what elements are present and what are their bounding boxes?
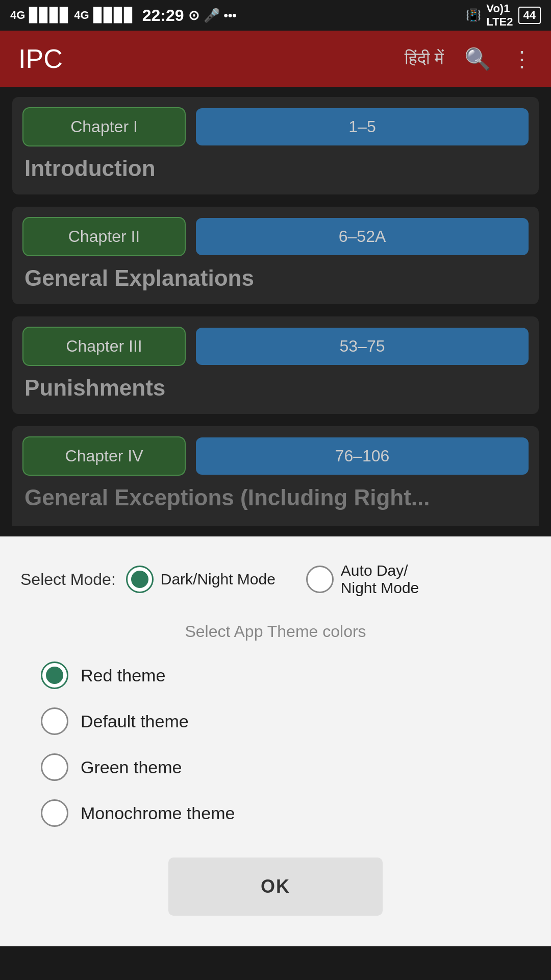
chapter-iii-title: Punishments bbox=[22, 375, 529, 401]
chapter-ii-btn[interactable]: Chapter II bbox=[22, 217, 186, 256]
more-icon: ••• bbox=[224, 8, 237, 22]
green-theme-radio[interactable] bbox=[41, 753, 68, 781]
signal-bars-2: ▊▊▊▊ bbox=[93, 8, 134, 23]
chapter-iv-title: General Exceptions (Including Right... bbox=[22, 485, 529, 513]
monochrome-theme-label: Monochrome theme bbox=[81, 803, 235, 823]
dark-night-mode-option[interactable]: Dark/Night Mode bbox=[126, 566, 276, 593]
red-theme-label: Red theme bbox=[81, 666, 165, 685]
signal-bars-1: ▊▊▊▊ bbox=[29, 8, 70, 23]
theme-radio-group: Red theme Default theme Green theme Mono… bbox=[20, 662, 531, 827]
chapter-ii-title: General Explanations bbox=[22, 265, 529, 291]
chapter-iv-btn[interactable]: Chapter IV bbox=[22, 436, 186, 476]
app-title: IPC bbox=[18, 43, 63, 74]
mic-icon: 🎤 bbox=[204, 8, 220, 23]
mode-radio-group: Dark/Night Mode Auto Day/Night Mode bbox=[126, 562, 419, 597]
select-mode-label: Select Mode: bbox=[20, 570, 116, 589]
default-theme-radio[interactable] bbox=[41, 707, 68, 735]
chapter-iii-btn[interactable]: Chapter III bbox=[22, 327, 186, 366]
status-right: 📳 Vo)1LTE2 44 bbox=[466, 2, 541, 29]
settings-dialog: Select Mode: Dark/Night Mode Auto Day/Ni… bbox=[0, 536, 551, 946]
time-display: 22:29 bbox=[142, 6, 184, 25]
main-content: Chapter I 1–5 Introduction Chapter II 6–… bbox=[0, 87, 551, 536]
hindi-language-btn[interactable]: हिंदी में bbox=[405, 48, 444, 69]
monochrome-theme-option[interactable]: Monochrome theme bbox=[41, 799, 531, 827]
signal-4g-1: 4G bbox=[10, 9, 25, 22]
mode-selection: Select Mode: Dark/Night Mode Auto Day/Ni… bbox=[20, 562, 531, 597]
chapter-iii-range[interactable]: 53–75 bbox=[196, 328, 529, 365]
green-theme-label: Green theme bbox=[81, 757, 182, 777]
chapter-i-btn[interactable]: Chapter I bbox=[22, 107, 186, 146]
app-bar: IPC हिंदी में 🔍 ⋮ bbox=[0, 31, 551, 87]
more-vert-icon[interactable]: ⋮ bbox=[511, 46, 533, 71]
auto-mode-radio[interactable] bbox=[306, 566, 334, 593]
signal-4g-2: 4G bbox=[74, 9, 89, 22]
monochrome-theme-radio[interactable] bbox=[41, 799, 68, 827]
dark-mode-label: Dark/Night Mode bbox=[161, 571, 276, 588]
status-left: 4G ▊▊▊▊ 4G ▊▊▊▊ 22:29 ⊙ 🎤 ••• bbox=[10, 6, 237, 25]
status-bar: 4G ▊▊▊▊ 4G ▊▊▊▊ 22:29 ⊙ 🎤 ••• 📳 Vo)1LTE2… bbox=[0, 0, 551, 31]
green-theme-option[interactable]: Green theme bbox=[41, 753, 531, 781]
battery-indicator: 44 bbox=[518, 7, 541, 24]
dark-mode-radio-fill bbox=[131, 571, 148, 588]
network-text: Vo)1LTE2 bbox=[486, 2, 513, 29]
chapter-ii-range[interactable]: 6–52A bbox=[196, 218, 529, 255]
dark-mode-radio[interactable] bbox=[126, 566, 154, 593]
theme-section-title: Select App Theme colors bbox=[20, 622, 531, 641]
red-theme-radio[interactable] bbox=[41, 662, 68, 689]
chapter-i-card[interactable]: Chapter I 1–5 Introduction bbox=[12, 97, 539, 194]
chapter-i-title: Introduction bbox=[22, 156, 529, 181]
auto-mode-label: Auto Day/Night Mode bbox=[341, 562, 419, 597]
chapter-iv-range[interactable]: 76–106 bbox=[196, 437, 529, 475]
chapter-iii-card[interactable]: Chapter III 53–75 Punishments bbox=[12, 316, 539, 414]
chapter-i-range[interactable]: 1–5 bbox=[196, 108, 529, 145]
theme-section: Select App Theme colors Red theme Defaul… bbox=[20, 622, 531, 916]
app-bar-actions: हिंदी में 🔍 ⋮ bbox=[405, 46, 533, 71]
data-icon: ⊙ bbox=[188, 8, 199, 23]
chapter-ii-card[interactable]: Chapter II 6–52A General Explanations bbox=[12, 207, 539, 304]
default-theme-option[interactable]: Default theme bbox=[41, 707, 531, 735]
ok-button[interactable]: OK bbox=[168, 857, 383, 916]
search-icon[interactable]: 🔍 bbox=[464, 46, 491, 71]
red-theme-option[interactable]: Red theme bbox=[41, 662, 531, 689]
default-theme-label: Default theme bbox=[81, 712, 189, 731]
auto-day-night-mode-option[interactable]: Auto Day/Night Mode bbox=[306, 562, 419, 597]
red-theme-radio-fill bbox=[46, 667, 63, 684]
chapter-iv-card[interactable]: Chapter IV 76–106 General Exceptions (In… bbox=[12, 426, 539, 526]
vibrate-icon: 📳 bbox=[466, 8, 481, 22]
